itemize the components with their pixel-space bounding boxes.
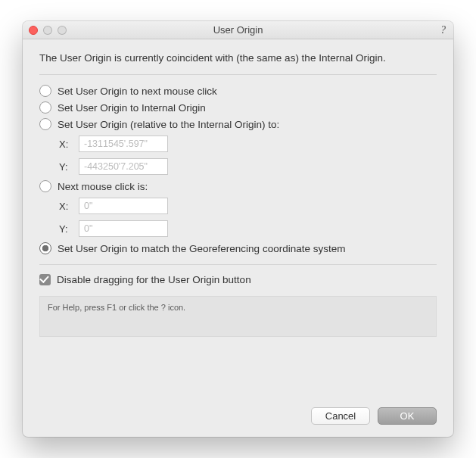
relative-fields: X: Y: — [39, 132, 437, 178]
option-label: Set User Origin to match the Georeferenc… — [58, 243, 345, 254]
help-box: For Help, press F1 or click the ? icon. — [39, 296, 437, 337]
option-georef[interactable]: Set User Origin to match the Georeferenc… — [39, 240, 437, 257]
option-next-click-is[interactable]: Next mouse click is: — [39, 178, 437, 195]
option-relative[interactable]: Set User Origin (relative to the Interna… — [39, 116, 437, 132]
intro-text: The User Origin is currently coincident … — [39, 51, 437, 65]
option-next-click[interactable]: Set User Origin to next mouse click — [39, 83, 437, 99]
disable-drag-row[interactable]: Disable dragging for the User Origin but… — [39, 274, 437, 285]
close-icon[interactable] — [29, 26, 38, 35]
nextclick-y-input[interactable] — [79, 220, 168, 237]
y-label: Y: — [59, 223, 71, 235]
x-label: X: — [59, 139, 71, 150]
option-label: Set User Origin to Internal Origin — [58, 102, 206, 114]
radio-relative[interactable] — [39, 118, 51, 130]
option-label: Set User Origin (relative to the Interna… — [58, 119, 279, 130]
help-icon[interactable]: ? — [439, 24, 447, 36]
radio-internal[interactable] — [39, 101, 51, 114]
cancel-button[interactable]: Cancel — [311, 407, 370, 425]
titlebar: User Origin ? — [23, 21, 453, 39]
minimize-icon — [43, 26, 52, 35]
relative-y-input[interactable] — [79, 158, 168, 175]
zoom-icon — [58, 26, 67, 35]
option-label: Next mouse click is: — [58, 181, 148, 192]
divider — [39, 264, 437, 265]
dialog-footer: Cancel OK — [23, 397, 453, 437]
x-label: X: — [59, 201, 71, 212]
radio-georef[interactable] — [39, 242, 51, 254]
option-internal[interactable]: Set User Origin to Internal Origin — [39, 99, 437, 116]
y-label: Y: — [59, 161, 71, 173]
ok-button[interactable]: OK — [378, 407, 437, 425]
next-click-fields: X: Y: — [39, 195, 437, 240]
option-label: Set User Origin to next mouse click — [58, 86, 217, 97]
radio-next-click[interactable] — [39, 85, 51, 97]
nextclick-x-input[interactable] — [79, 198, 168, 214]
disable-drag-label: Disable dragging for the User Origin but… — [57, 274, 251, 285]
radio-next-click-is[interactable] — [39, 180, 51, 192]
window-title: User Origin — [23, 24, 453, 36]
dialog-content: The User Origin is currently coincident … — [23, 39, 453, 397]
relative-x-input[interactable] — [79, 136, 168, 152]
divider — [39, 74, 437, 75]
traffic-lights — [29, 26, 67, 35]
dialog-window: User Origin ? The User Origin is current… — [23, 21, 453, 437]
disable-drag-checkbox[interactable] — [39, 274, 51, 285]
